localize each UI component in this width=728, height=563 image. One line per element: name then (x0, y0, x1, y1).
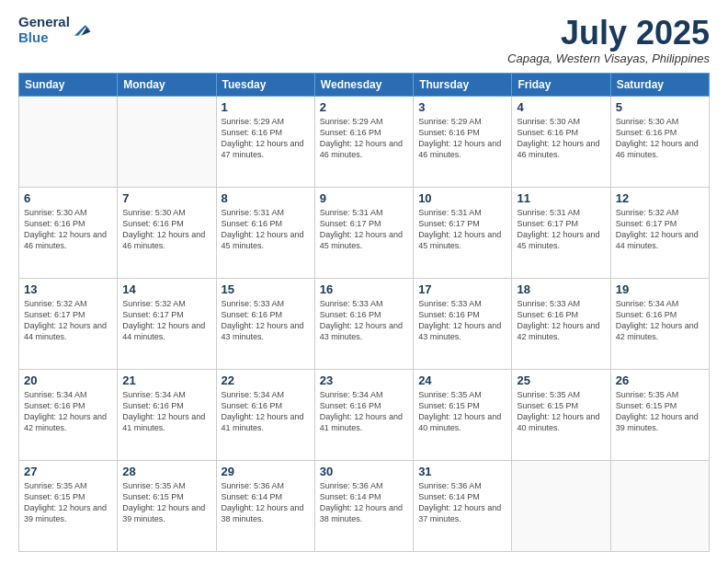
location: Capaga, Western Visayas, Philippines (507, 52, 710, 65)
day-number: 23 (320, 373, 408, 387)
logo-line2: Blue (18, 29, 49, 45)
calendar-cell: 11Sunrise: 5:31 AMSunset: 6:17 PMDayligh… (512, 187, 610, 278)
day-info: Sunrise: 5:31 AMSunset: 6:17 PMDaylight:… (418, 207, 506, 252)
day-number: 29 (222, 465, 310, 478)
calendar-week-row: 27Sunrise: 5:35 AMSunset: 6:15 PMDayligh… (19, 460, 710, 551)
day-info: Sunrise: 5:34 AMSunset: 6:16 PMDaylight:… (122, 389, 210, 434)
day-number: 9 (320, 191, 408, 205)
calendar-cell: 18Sunrise: 5:33 AMSunset: 6:16 PMDayligh… (512, 278, 610, 369)
weekday-header: Sunday (19, 73, 118, 96)
calendar-cell (512, 460, 610, 551)
calendar-cell: 19Sunrise: 5:34 AMSunset: 6:16 PMDayligh… (610, 278, 709, 369)
calendar-cell: 12Sunrise: 5:32 AMSunset: 6:17 PMDayligh… (610, 187, 709, 278)
day-number: 14 (122, 282, 210, 296)
day-info: Sunrise: 5:30 AMSunset: 6:16 PMDaylight:… (616, 116, 704, 161)
calendar-cell: 23Sunrise: 5:34 AMSunset: 6:16 PMDayligh… (314, 369, 413, 460)
day-info: Sunrise: 5:35 AMSunset: 6:15 PMDaylight:… (24, 480, 112, 525)
calendar-cell: 24Sunrise: 5:35 AMSunset: 6:15 PMDayligh… (414, 369, 512, 460)
day-number: 1 (222, 100, 310, 114)
calendar-cell: 27Sunrise: 5:35 AMSunset: 6:15 PMDayligh… (19, 460, 118, 551)
day-info: Sunrise: 5:35 AMSunset: 6:15 PMDaylight:… (616, 389, 704, 434)
calendar-cell: 16Sunrise: 5:33 AMSunset: 6:16 PMDayligh… (314, 278, 413, 369)
day-info: Sunrise: 5:33 AMSunset: 6:16 PMDaylight:… (517, 298, 605, 343)
day-info: Sunrise: 5:29 AMSunset: 6:16 PMDaylight:… (418, 116, 506, 161)
calendar-cell: 28Sunrise: 5:35 AMSunset: 6:15 PMDayligh… (118, 460, 216, 551)
day-number: 24 (418, 373, 506, 387)
day-number: 30 (320, 465, 408, 478)
day-number: 25 (517, 373, 605, 387)
day-info: Sunrise: 5:35 AMSunset: 6:15 PMDaylight:… (418, 389, 506, 434)
calendar-cell: 8Sunrise: 5:31 AMSunset: 6:16 PMDaylight… (216, 187, 314, 278)
day-info: Sunrise: 5:29 AMSunset: 6:16 PMDaylight:… (320, 116, 408, 161)
calendar-cell: 14Sunrise: 5:32 AMSunset: 6:17 PMDayligh… (118, 278, 216, 369)
calendar-cell: 22Sunrise: 5:34 AMSunset: 6:16 PMDayligh… (216, 369, 314, 460)
day-info: Sunrise: 5:31 AMSunset: 6:17 PMDaylight:… (320, 207, 408, 252)
calendar-cell: 10Sunrise: 5:31 AMSunset: 6:17 PMDayligh… (414, 187, 512, 278)
day-info: Sunrise: 5:32 AMSunset: 6:17 PMDaylight:… (24, 298, 112, 343)
day-number: 4 (517, 100, 605, 114)
calendar-cell: 4Sunrise: 5:30 AMSunset: 6:16 PMDaylight… (512, 96, 610, 187)
day-number: 19 (616, 282, 704, 296)
day-info: Sunrise: 5:33 AMSunset: 6:16 PMDaylight:… (418, 298, 506, 343)
calendar-cell: 20Sunrise: 5:34 AMSunset: 6:16 PMDayligh… (19, 369, 118, 460)
day-number: 28 (122, 465, 210, 478)
weekday-header: Saturday (610, 73, 709, 96)
day-number: 27 (24, 465, 112, 478)
day-info: Sunrise: 5:33 AMSunset: 6:16 PMDaylight:… (320, 298, 408, 343)
calendar-cell: 3Sunrise: 5:29 AMSunset: 6:16 PMDaylight… (414, 96, 512, 187)
day-info: Sunrise: 5:34 AMSunset: 6:16 PMDaylight:… (616, 298, 704, 343)
day-info: Sunrise: 5:29 AMSunset: 6:16 PMDaylight:… (222, 116, 310, 161)
day-number: 31 (418, 465, 506, 478)
day-info: Sunrise: 5:34 AMSunset: 6:16 PMDaylight:… (222, 389, 310, 434)
day-number: 22 (222, 373, 310, 387)
day-number: 10 (418, 191, 506, 205)
day-number: 8 (222, 191, 310, 205)
day-number: 2 (320, 100, 408, 114)
calendar-cell: 31Sunrise: 5:36 AMSunset: 6:14 PMDayligh… (414, 460, 512, 551)
weekday-header: Thursday (414, 73, 512, 96)
logo: General Blue (18, 15, 92, 45)
calendar-cell: 25Sunrise: 5:35 AMSunset: 6:15 PMDayligh… (512, 369, 610, 460)
day-info: Sunrise: 5:30 AMSunset: 6:16 PMDaylight:… (122, 207, 210, 252)
calendar-cell (118, 96, 216, 187)
day-number: 7 (122, 191, 210, 205)
page: General Blue July 2025 Capaga, Western V… (0, 0, 728, 563)
day-info: Sunrise: 5:31 AMSunset: 6:17 PMDaylight:… (517, 207, 605, 252)
day-number: 13 (24, 282, 112, 296)
calendar-cell: 26Sunrise: 5:35 AMSunset: 6:15 PMDayligh… (610, 369, 709, 460)
calendar-cell: 17Sunrise: 5:33 AMSunset: 6:16 PMDayligh… (414, 278, 512, 369)
header: General Blue July 2025 Capaga, Western V… (18, 15, 710, 65)
day-number: 16 (320, 282, 408, 296)
day-info: Sunrise: 5:34 AMSunset: 6:16 PMDaylight:… (24, 389, 112, 434)
calendar-cell: 7Sunrise: 5:30 AMSunset: 6:16 PMDaylight… (118, 187, 216, 278)
day-info: Sunrise: 5:36 AMSunset: 6:14 PMDaylight:… (418, 480, 506, 525)
calendar-cell: 6Sunrise: 5:30 AMSunset: 6:16 PMDaylight… (19, 187, 118, 278)
calendar-cell: 2Sunrise: 5:29 AMSunset: 6:16 PMDaylight… (314, 96, 413, 187)
calendar-cell: 21Sunrise: 5:34 AMSunset: 6:16 PMDayligh… (118, 369, 216, 460)
day-info: Sunrise: 5:32 AMSunset: 6:17 PMDaylight:… (616, 207, 704, 252)
calendar-week-row: 13Sunrise: 5:32 AMSunset: 6:17 PMDayligh… (19, 278, 710, 369)
day-info: Sunrise: 5:35 AMSunset: 6:15 PMDaylight:… (122, 480, 210, 525)
calendar-cell (19, 96, 118, 187)
weekday-header: Tuesday (216, 73, 314, 96)
day-info: Sunrise: 5:32 AMSunset: 6:17 PMDaylight:… (122, 298, 210, 343)
day-number: 20 (24, 373, 112, 387)
day-number: 21 (122, 373, 210, 387)
logo-icon (72, 20, 92, 40)
day-number: 26 (616, 373, 704, 387)
weekday-header: Wednesday (314, 73, 413, 96)
day-info: Sunrise: 5:33 AMSunset: 6:16 PMDaylight:… (222, 298, 310, 343)
calendar-week-row: 6Sunrise: 5:30 AMSunset: 6:16 PMDaylight… (19, 187, 710, 278)
day-number: 15 (222, 282, 310, 296)
day-number: 17 (418, 282, 506, 296)
calendar-week-row: 20Sunrise: 5:34 AMSunset: 6:16 PMDayligh… (19, 369, 710, 460)
day-info: Sunrise: 5:30 AMSunset: 6:16 PMDaylight:… (517, 116, 605, 161)
day-number: 5 (616, 100, 704, 114)
calendar-table: SundayMondayTuesdayWednesdayThursdayFrid… (18, 73, 710, 552)
title-block: July 2025 Capaga, Western Visayas, Phili… (507, 15, 710, 65)
calendar-cell: 9Sunrise: 5:31 AMSunset: 6:17 PMDaylight… (314, 187, 413, 278)
calendar-cell: 5Sunrise: 5:30 AMSunset: 6:16 PMDaylight… (610, 96, 709, 187)
calendar-cell: 13Sunrise: 5:32 AMSunset: 6:17 PMDayligh… (19, 278, 118, 369)
day-info: Sunrise: 5:34 AMSunset: 6:16 PMDaylight:… (320, 389, 408, 434)
logo-line1: General (18, 14, 70, 29)
